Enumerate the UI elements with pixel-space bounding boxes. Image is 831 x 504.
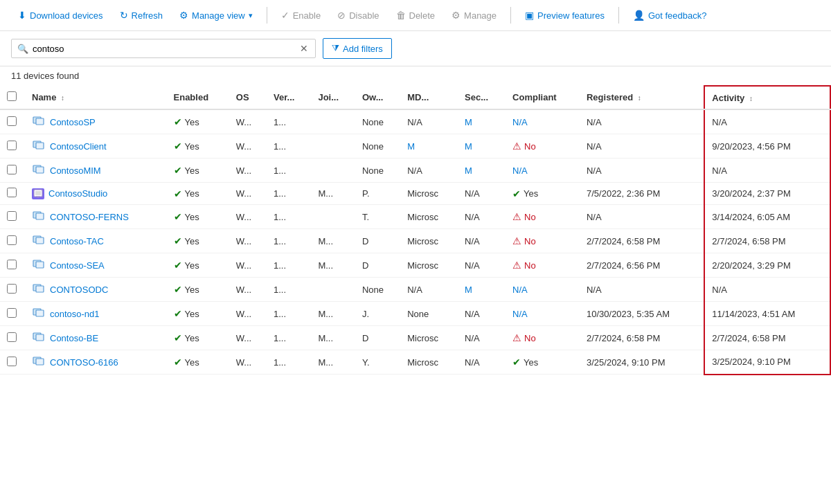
device-name-link[interactable]: CONTOSO-6166	[32, 355, 160, 369]
col-enabled[interactable]: Enabled	[167, 86, 229, 109]
row-checkbox[interactable]	[7, 141, 17, 150]
col-registered[interactable]: Registered ↕	[580, 86, 704, 109]
col-name[interactable]: Name ↕	[25, 86, 167, 109]
joi-cell	[311, 159, 355, 183]
enabled-status: ✔ Yes	[174, 235, 222, 246]
row-checkbox-cell[interactable]	[0, 302, 25, 326]
svg-rect-7	[35, 191, 41, 195]
row-checkbox-cell[interactable]	[0, 183, 25, 205]
device-name-link[interactable]: ContosoMIM	[32, 163, 160, 177]
col-sec[interactable]: Sec...	[458, 86, 506, 109]
sec-cell: N/A	[458, 229, 506, 253]
row-checkbox[interactable]	[7, 357, 17, 366]
sec-cell: M	[458, 159, 506, 183]
row-checkbox-cell[interactable]	[0, 350, 25, 375]
row-checkbox-cell[interactable]	[0, 159, 25, 183]
col-compliant[interactable]: Compliant	[506, 86, 580, 109]
row-checkbox[interactable]	[7, 260, 17, 269]
download-label: Download devices	[30, 10, 103, 21]
col-own[interactable]: Ow...	[355, 86, 400, 109]
filter-icon: ⧩	[332, 43, 339, 54]
own-cell: J.	[355, 302, 400, 326]
own-cell: D	[355, 229, 400, 253]
manage-view-icon: ⚙	[179, 10, 188, 21]
delete-button[interactable]: 🗑 Delete	[389, 6, 443, 25]
table-row: CONTOSODC ✔ Yes W... 1... None N/A M N/A…	[0, 278, 830, 302]
disable-button[interactable]: ⊘ Disable	[330, 6, 386, 25]
monitor-device-icon	[32, 139, 46, 153]
manage-button[interactable]: ⚙ Manage	[445, 6, 503, 25]
select-all-checkbox[interactable]	[7, 91, 17, 101]
download-devices-button[interactable]: ⬇ Download devices	[11, 6, 110, 25]
col-activity[interactable]: Activity ↕	[704, 86, 830, 109]
add-filters-label: Add filters	[343, 44, 383, 54]
enabled-status: ✔ Yes	[174, 188, 222, 199]
search-area: 🔍 ✕ ⧩ Add filters	[0, 31, 831, 66]
col-md[interactable]: MD...	[400, 86, 458, 109]
check-icon: ✔	[174, 165, 182, 176]
feedback-icon: 👤	[633, 10, 645, 21]
row-checkbox[interactable]	[7, 332, 17, 342]
check-icon: ✔	[174, 284, 182, 295]
device-name-link[interactable]: Contoso-BE	[32, 331, 160, 345]
search-input[interactable]	[33, 44, 294, 54]
feedback-button[interactable]: 👤 Got feedback?	[626, 6, 714, 25]
device-name-link[interactable]: Contoso-SEA	[32, 258, 160, 272]
row-checkbox[interactable]	[7, 235, 17, 245]
sec-cell: N/A	[458, 350, 506, 375]
manage-view-button[interactable]: ⚙ Manage view ▾	[172, 6, 260, 25]
row-checkbox-cell[interactable]	[0, 326, 25, 350]
add-filters-button[interactable]: ⧩ Add filters	[323, 38, 392, 59]
monitor-device-icon	[32, 115, 46, 129]
device-name-link[interactable]: CONTOSO-FERNS	[32, 210, 160, 224]
device-name-link[interactable]: CONTOSODC	[32, 282, 160, 296]
disable-icon: ⊘	[337, 10, 346, 21]
sec-cell: N/A	[458, 253, 506, 278]
compliant-no: ⚠ No	[512, 332, 573, 343]
device-name-link[interactable]: Contoso-TAC	[32, 234, 160, 248]
enabled-status: ✔ Yes	[174, 116, 222, 127]
device-name-link[interactable]: ContosoClient	[32, 139, 160, 153]
row-checkbox[interactable]	[7, 188, 17, 197]
clear-search-button[interactable]: ✕	[298, 43, 310, 54]
enable-button[interactable]: ✓ Enable	[274, 6, 328, 25]
row-checkbox[interactable]	[7, 284, 17, 294]
refresh-button[interactable]: ↻ Refresh	[113, 6, 170, 25]
svg-rect-3	[36, 143, 44, 149]
row-checkbox[interactable]	[7, 165, 17, 174]
col-os[interactable]: OS	[229, 86, 267, 109]
toolbar: ⬇ Download devices ↻ Refresh ⚙ Manage vi…	[0, 0, 831, 31]
own-cell: P.	[355, 183, 400, 205]
row-checkbox-cell[interactable]	[0, 205, 25, 229]
manage-icon: ⚙	[452, 10, 461, 21]
col-joi[interactable]: Joi...	[311, 86, 355, 109]
enabled-status: ✔ Yes	[174, 141, 222, 152]
row-checkbox[interactable]	[7, 211, 17, 221]
refresh-label: Refresh	[132, 10, 163, 21]
device-name-link[interactable]: contoso-nd1	[32, 307, 160, 321]
select-all-header[interactable]	[0, 86, 25, 109]
sec-cell: N/A	[458, 183, 506, 205]
device-name-text: Contoso-TAC	[50, 236, 104, 246]
registered-cell: N/A	[580, 205, 704, 229]
row-checkbox-cell[interactable]	[0, 253, 25, 278]
enable-label: Enable	[293, 10, 321, 21]
row-checkbox[interactable]	[7, 116, 17, 126]
registered-cell: N/A	[580, 134, 704, 159]
own-cell: Y.	[355, 350, 400, 375]
row-checkbox-cell[interactable]	[0, 134, 25, 159]
device-name-link[interactable]: ContosoSP	[32, 115, 160, 129]
preview-features-button[interactable]: ▣ Preview features	[518, 6, 611, 25]
monitor-device-icon	[32, 355, 46, 369]
sort-registered-icon: ↕	[638, 94, 641, 102]
row-checkbox[interactable]	[7, 308, 17, 318]
device-name-link[interactable]: ContosoStudio	[32, 188, 160, 199]
row-checkbox-cell[interactable]	[0, 278, 25, 302]
ver-cell: 1...	[267, 253, 311, 278]
check-icon: ✔	[174, 116, 182, 127]
row-checkbox-cell[interactable]	[0, 109, 25, 134]
col-ver[interactable]: Ver...	[267, 86, 311, 109]
registered-cell: N/A	[580, 109, 704, 134]
row-checkbox-cell[interactable]	[0, 229, 25, 253]
compliant-no: ⚠ No	[512, 211, 573, 222]
